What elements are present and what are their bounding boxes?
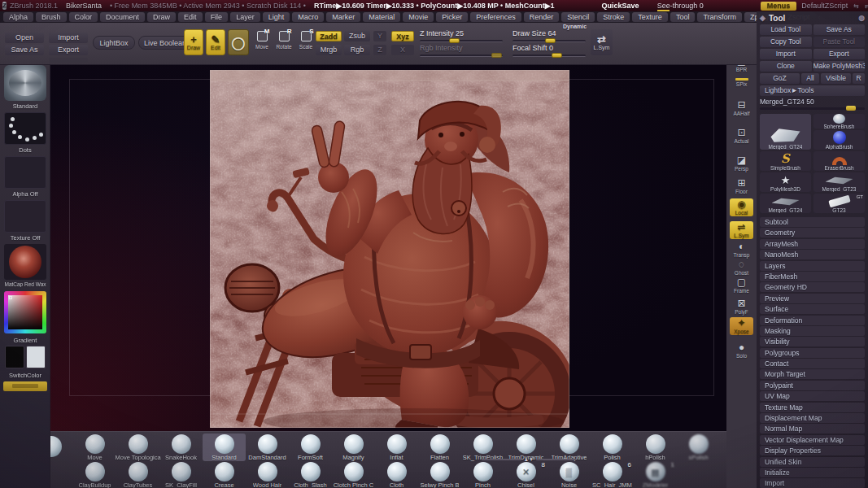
subpalette-nanomesh[interactable]: NanoMesh [760, 250, 865, 259]
export-button[interactable]: Export [49, 45, 88, 55]
tool-export-button[interactable]: Export [813, 49, 866, 59]
menu-layer[interactable]: Layer [230, 12, 260, 22]
brush-move-topological[interactable]: Move Topological [116, 434, 159, 461]
move-gyro-button[interactable]: M Move [253, 31, 271, 55]
save-as-button[interactable]: Save As [5, 45, 44, 55]
default-zscript-button[interactable]: DefaultZScript [801, 2, 848, 10]
tool-thumbnail-simplebrush[interactable]: SSimpleBrush [760, 151, 811, 171]
brush-cloth[interactable]: Cloth [375, 461, 418, 488]
brush-flatten[interactable]: Flatten [418, 434, 461, 461]
brush-noise[interactable]: ▒Noise [547, 461, 591, 488]
subpalette-arraymesh[interactable]: ArrayMesh [760, 239, 865, 249]
rgb-intensity-handle[interactable] [491, 53, 502, 58]
menu-file[interactable]: File [205, 12, 229, 22]
swap-arrows-icon[interactable]: ⇆ [853, 2, 859, 10]
color-gradient-square[interactable] [8, 295, 42, 329]
menu-material[interactable]: Material [363, 12, 400, 22]
menu-preferences[interactable]: Preferences [470, 12, 521, 22]
subpalette-display-properties[interactable]: Display Properties [760, 446, 865, 455]
menu-stencil[interactable]: Stencil [561, 12, 595, 22]
subpalette-morph-target[interactable]: Morph Target [760, 369, 865, 379]
subpalette-subtool[interactable]: Subtool [760, 217, 865, 227]
secondary-color-swatch[interactable] [26, 346, 46, 368]
brush-wood-hair[interactable]: Wood Hair [246, 461, 289, 488]
tool-thumbnail-polymesh3d[interactable]: ★PolyMesh3D [760, 172, 811, 192]
polyf-button[interactable]: ⊠PolyF [730, 298, 753, 316]
scale-gyro-button[interactable]: S Scale [297, 31, 315, 55]
lsym-button[interactable]: ⇌L.Sym [730, 221, 753, 239]
menu-marker[interactable]: Marker [326, 12, 360, 22]
brush-zmodeler[interactable]: ▦1ZModeler [634, 461, 677, 488]
menu-draw[interactable]: Draw [147, 12, 176, 22]
focal-shift-slider[interactable]: Focal Shift 0 [513, 44, 586, 57]
draw-size-slider[interactable]: Draw Size 64 [513, 29, 586, 42]
floor-button[interactable]: ⊞Floor [730, 177, 753, 195]
seethrough-handle[interactable] [657, 10, 670, 11]
menu-tool[interactable]: Tool [670, 12, 696, 22]
brush-formsoft[interactable]: FormSoft [289, 434, 332, 461]
tool-thumbnail-merged-gt24[interactable]: Merged_GT24 [760, 194, 811, 213]
actual-button[interactable]: ⊡Actual [730, 127, 753, 145]
rotate-gyro-button[interactable]: R Rotate [275, 31, 293, 55]
subpalette-contact[interactable]: Contact [760, 359, 865, 368]
brush-claybuildup[interactable]: ClayBuildup [73, 461, 116, 488]
rgb-intensity-track[interactable] [420, 54, 503, 57]
brush-snakehook[interactable]: SnakeHook [159, 434, 203, 461]
brush-polish[interactable]: Polish [591, 434, 634, 461]
tool-all-button[interactable]: All [801, 73, 819, 84]
brush-pinch[interactable]: Pinch [461, 461, 504, 488]
subpalette-import[interactable]: Import [760, 478, 865, 488]
tool-import-button[interactable]: Import [760, 49, 812, 59]
subpalette-masking[interactable]: Masking [760, 326, 865, 336]
menu-edit[interactable]: Edit [178, 12, 203, 22]
persp-button[interactable]: ◪Persp [730, 155, 753, 172]
z-intensity-handle[interactable] [449, 38, 460, 43]
edit-mode-button[interactable]: ✎ Edit [206, 29, 225, 55]
subpalette-unified-skin[interactable]: Unified Skin [760, 457, 865, 467]
spix-slider-handle[interactable] [735, 78, 748, 81]
axis-x-button[interactable]: X [391, 45, 414, 55]
menu-movie[interactable]: Movie [403, 12, 434, 22]
menu-light[interactable]: Light [263, 12, 290, 22]
axis-z-button[interactable]: Z [373, 45, 386, 55]
tool-paste-tool-button[interactable]: Paste Tool [813, 37, 866, 47]
zsub-button[interactable]: Zsub [344, 31, 370, 41]
mrgb-button[interactable]: Mrgb [316, 45, 342, 55]
draw-size-handle[interactable] [545, 38, 556, 43]
tray-yellow-button[interactable] [3, 381, 47, 391]
menu-macro[interactable]: Macro [292, 12, 324, 22]
subpalette-displacement-map[interactable]: Displacement Map [760, 413, 865, 423]
menu-transform[interactable]: Transform [697, 12, 742, 22]
z-intensity-track[interactable] [420, 40, 503, 42]
subpalette-visibility[interactable]: Visibility [760, 337, 865, 346]
subpalette-surface[interactable]: Surface [760, 304, 865, 314]
brush-claytubes[interactable]: ClayTubes [116, 461, 159, 488]
sculpt-document[interactable] [210, 70, 569, 428]
solo-button[interactable]: ●Solo [730, 342, 753, 359]
lsym-button[interactable]: ⇄ L.Sym [591, 29, 613, 55]
active-tool-track[interactable] [760, 107, 865, 110]
tool-save-as-button[interactable]: Save As [813, 24, 866, 35]
menu-render[interactable]: Render [524, 12, 560, 22]
current-texture-thumbnail[interactable] [4, 200, 46, 233]
menu-brush[interactable]: Brush [36, 12, 67, 22]
subpalette-geometry-hd[interactable]: Geometry HD [760, 282, 865, 292]
draw-mode-button[interactable]: + Draw [184, 29, 203, 55]
brush-move[interactable]: Move [73, 434, 116, 461]
tool-make-polymesh3d-button[interactable]: Make PolyMesh3D [813, 61, 866, 72]
brush-damstandard[interactable]: DamStandard [246, 434, 289, 461]
menu-texture[interactable]: Texture [632, 12, 668, 22]
scroll-arrows-icon[interactable]: ▲▼ [524, 457, 534, 462]
subpalette-deformation[interactable]: Deformation [760, 316, 865, 325]
transp-button[interactable]: ◐Transp [730, 241, 753, 259]
subpalette-normal-map[interactable]: Normal Map [760, 424, 865, 434]
brush-hpolish[interactable]: hPolish [634, 434, 677, 461]
brush-inflat[interactable]: Inflat [375, 434, 418, 461]
focal-shift-handle[interactable] [552, 53, 562, 58]
lightbox-button[interactable]: LightBox [93, 36, 135, 50]
xpose-button[interactable]: ✦Xpose [730, 317, 753, 335]
brush-cloth-slash[interactable]: Cloth_Slash [289, 461, 332, 488]
subpalette-initialize[interactable]: Initialize [760, 468, 865, 477]
subpalette-preview[interactable]: Preview [760, 294, 865, 303]
xyz-button[interactable]: Xyz [391, 31, 414, 41]
